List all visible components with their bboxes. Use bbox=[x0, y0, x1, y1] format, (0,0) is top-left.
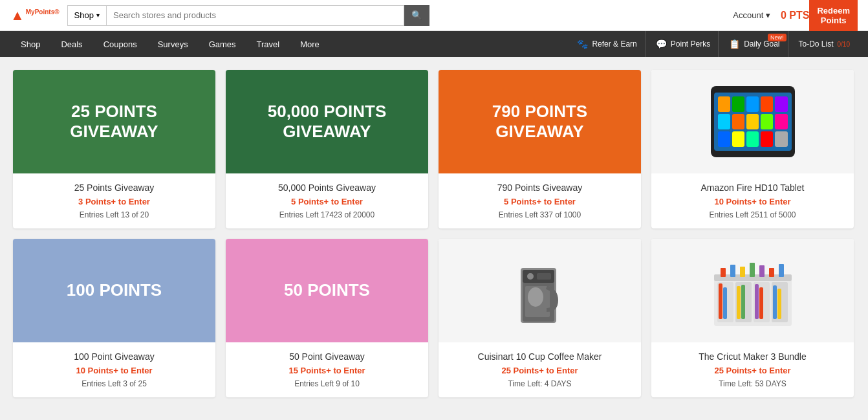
card-100-points[interactable]: 100 POINTS 100 Point Giveaway 10 Points+… bbox=[13, 239, 215, 397]
card-points-790-points: 5 Points+ to Enter bbox=[449, 197, 631, 206]
card-entries-50000-points: Entries Left 17423 of 20000 bbox=[236, 210, 418, 219]
navigation: Shop Deals Coupons Surveys Games Travel … bbox=[0, 31, 868, 57]
card-790-points-giveaway[interactable]: 790 POINTS GIVEAWAY 790 Points Giveaway … bbox=[439, 70, 641, 228]
chevron-down-icon: ▾ bbox=[96, 12, 100, 19]
card-coffee-maker[interactable]: Cuisinart 10 Cup Coffee Maker 25 Points+… bbox=[439, 239, 641, 397]
card-body-tablet: Amazon Fire HD10 Tablet 10 Points+ to En… bbox=[651, 173, 854, 228]
card-body-cricut: The Cricut Maker 3 Bundle 25 Points+ to … bbox=[651, 342, 854, 397]
main-content: 25 POINTS GIVEAWAY 25 Points Giveaway 3 … bbox=[0, 57, 868, 410]
card-banner-50000-points: 50,000 POINTS GIVEAWAY bbox=[226, 70, 428, 173]
nav-item-deals[interactable]: Deals bbox=[50, 31, 92, 57]
card-body-coffee: Cuisinart 10 Cup Coffee Maker 25 Points+… bbox=[439, 342, 641, 397]
todo-count: 0/10 bbox=[838, 41, 850, 48]
card-points-50000-points: 5 Points+ to Enter bbox=[236, 197, 418, 206]
card-title-coffee: Cuisinart 10 Cup Coffee Maker bbox=[449, 351, 631, 362]
nav-item-games[interactable]: Games bbox=[199, 31, 246, 57]
nav-item-coupons[interactable]: Coupons bbox=[93, 31, 147, 57]
card-title-50-points: 50 Point Giveaway bbox=[236, 351, 418, 362]
card-body-790-points: 790 Points Giveaway 5 Points+ to Enter E… bbox=[439, 173, 641, 228]
todo-list-button[interactable]: To-Do List 0/10 bbox=[791, 31, 858, 57]
card-banner-100-points: 100 POINTS bbox=[13, 239, 215, 342]
card-entries-25-points: Entries Left 13 of 20 bbox=[23, 210, 205, 219]
svg-rect-27 bbox=[779, 264, 784, 277]
svg-rect-17 bbox=[755, 284, 759, 319]
nav-left: Shop Deals Coupons Surveys Games Travel … bbox=[10, 31, 330, 57]
nav-item-travel[interactable]: Travel bbox=[246, 31, 290, 57]
card-entries-100-points: Entries Left 3 of 25 bbox=[23, 379, 205, 388]
tablet-screen bbox=[714, 93, 792, 151]
header-right: Account ▾ 0 PTS bbox=[733, 10, 809, 21]
card-body-50000-points: 50,000 Points Giveaway 5 Points+ to Ente… bbox=[226, 173, 428, 228]
svg-rect-22 bbox=[730, 265, 735, 277]
svg-rect-21 bbox=[721, 268, 726, 277]
pts-display: 0 PTS bbox=[781, 10, 809, 21]
card-body-100-points: 100 Point Giveaway 10 Points+ to Enter E… bbox=[13, 342, 215, 397]
nav-item-surveys[interactable]: Surveys bbox=[147, 31, 199, 57]
card-image-cricut bbox=[651, 239, 854, 342]
point-perks-button[interactable]: 💬 Point Perks bbox=[648, 31, 719, 57]
cricut-graphic bbox=[708, 249, 798, 333]
card-cricut[interactable]: The Cricut Maker 3 Bundle 25 Points+ to … bbox=[651, 239, 854, 397]
shop-dropdown[interactable]: Shop ▾ bbox=[67, 5, 106, 26]
card-title-25-points: 25 Points Giveaway bbox=[23, 182, 205, 193]
cards-grid-row2: 100 POINTS 100 Point Giveaway 10 Points+… bbox=[13, 239, 854, 397]
card-entries-tablet: Entries Left 2511 of 5000 bbox=[662, 210, 843, 219]
search-bar: 🔍 bbox=[106, 5, 429, 26]
card-banner-25-points: 25 POINTS GIVEAWAY bbox=[13, 70, 215, 173]
card-body-50-points: 50 Point Giveaway 15 Points+ to Enter En… bbox=[226, 342, 428, 397]
svg-rect-4 bbox=[537, 273, 551, 280]
card-entries-cricut: Time Left: 53 DAYS bbox=[662, 379, 843, 388]
card-entries-50-points: Entries Left 9 of 10 bbox=[236, 379, 418, 388]
svg-rect-19 bbox=[773, 285, 777, 319]
card-points-tablet: 10 Points+ to Enter bbox=[662, 197, 843, 206]
logo-text: MyPoints® bbox=[26, 8, 60, 22]
svg-rect-18 bbox=[759, 287, 763, 319]
card-banner-790-points: 790 POINTS GIVEAWAY bbox=[439, 70, 641, 173]
svg-rect-23 bbox=[740, 267, 745, 277]
svg-rect-26 bbox=[769, 268, 774, 277]
card-image-coffee bbox=[439, 239, 641, 342]
card-amazon-fire-tablet[interactable]: Amazon Fire HD10 Tablet 10 Points+ to En… bbox=[651, 70, 854, 228]
card-title-100-points: 100 Point Giveaway bbox=[23, 351, 205, 362]
svg-rect-16 bbox=[741, 285, 745, 319]
card-points-25-points: 3 Points+ to Enter bbox=[23, 197, 205, 206]
card-points-100-points: 10 Points+ to Enter bbox=[23, 366, 205, 375]
goal-icon: 📋 bbox=[729, 39, 740, 49]
new-badge: New! bbox=[768, 34, 787, 41]
card-title-790-points: 790 Points Giveaway bbox=[449, 182, 631, 193]
card-50-points[interactable]: 50 POINTS 50 Point Giveaway 15 Points+ t… bbox=[226, 239, 428, 397]
card-entries-790-points: Entries Left 337 of 1000 bbox=[449, 210, 631, 219]
card-image-tablet bbox=[651, 70, 854, 173]
logo-icon: ▲ bbox=[10, 7, 25, 24]
search-input[interactable] bbox=[106, 5, 404, 26]
svg-rect-24 bbox=[750, 263, 755, 277]
perks-icon: 💬 bbox=[656, 39, 667, 49]
account-dropdown[interactable]: Account ▾ bbox=[733, 10, 770, 20]
nav-item-more[interactable]: More bbox=[290, 31, 330, 57]
redeem-button[interactable]: Redeem Points bbox=[809, 0, 858, 31]
daily-goal-button[interactable]: 📋 Daily Goal New! bbox=[721, 31, 788, 57]
svg-rect-20 bbox=[777, 289, 781, 319]
card-title-cricut: The Cricut Maker 3 Bundle bbox=[662, 351, 843, 362]
tablet-graphic bbox=[711, 86, 795, 157]
coffee-maker-graphic bbox=[511, 249, 569, 333]
svg-rect-14 bbox=[723, 287, 727, 319]
card-points-coffee: 25 Points+ to Enter bbox=[449, 366, 631, 375]
nav-item-shop[interactable]: Shop bbox=[10, 31, 50, 57]
svg-rect-25 bbox=[759, 265, 765, 277]
card-50000-points-giveaway[interactable]: 50,000 POINTS GIVEAWAY 50,000 Points Giv… bbox=[226, 70, 428, 228]
cards-grid-row1: 25 POINTS GIVEAWAY 25 Points Giveaway 3 … bbox=[13, 70, 854, 228]
card-25-points-giveaway[interactable]: 25 POINTS GIVEAWAY 25 Points Giveaway 3 … bbox=[13, 70, 215, 228]
card-points-50-points: 15 Points+ to Enter bbox=[236, 366, 418, 375]
refer-earn-button[interactable]: 🐾 Refer & Earn bbox=[569, 31, 645, 57]
header: ▲ MyPoints® Shop ▾ 🔍 Account ▾ 0 PTS Red… bbox=[0, 0, 868, 31]
card-body-25-points: 25 Points Giveaway 3 Points+ to Enter En… bbox=[13, 173, 215, 228]
nav-right: 🐾 Refer & Earn 💬 Point Perks 📋 Daily Goa… bbox=[569, 31, 858, 57]
card-banner-50-points: 50 POINTS bbox=[226, 239, 428, 342]
logo[interactable]: ▲ MyPoints® bbox=[10, 7, 60, 24]
search-icon: 🔍 bbox=[411, 10, 422, 20]
card-entries-coffee: Time Left: 4 DAYS bbox=[449, 379, 631, 388]
search-button[interactable]: 🔍 bbox=[404, 5, 429, 26]
card-title-tablet: Amazon Fire HD10 Tablet bbox=[662, 182, 843, 193]
svg-rect-13 bbox=[719, 283, 722, 319]
